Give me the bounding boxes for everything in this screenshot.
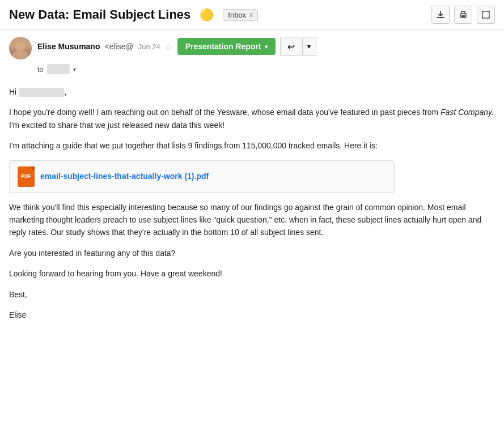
avatar-face [9, 37, 32, 59]
italic-company: Fast Company. [441, 108, 494, 117]
paragraph-3: We think you'll find this especially int… [9, 201, 495, 239]
to-recipient [47, 64, 70, 74]
hi-line: Hi , [9, 86, 495, 98]
reply-dropdown-arrow-icon: ▾ [307, 42, 311, 50]
to-row: to ▾ [0, 62, 504, 79]
paragraph1-cont: I'm excited to share that we just releas… [9, 121, 225, 130]
reply-icon: ↩ [287, 41, 295, 52]
star-icon[interactable]: ☆ [165, 41, 173, 52]
presentation-report-button[interactable]: Presentation Report ▾ [177, 38, 276, 55]
to-dropdown-arrow[interactable]: ▾ [73, 66, 76, 72]
recipient-name-blurred [19, 88, 64, 97]
closing-best: Best, [9, 288, 495, 301]
closing-name: Elise [9, 309, 495, 321]
paragraph1-text: I hope you're doing well! I am reaching … [9, 108, 441, 117]
svg-rect-1 [461, 15, 465, 17]
reply-dropdown-button[interactable]: ▾ [303, 37, 316, 56]
email-container: New Data: Email Subject Lines 🟡 Inbox x [0, 0, 504, 338]
hi-prefix: Hi [9, 87, 16, 96]
email-header-bar: New Data: Email Subject Lines 🟡 Inbox x [0, 0, 504, 30]
email-subject: New Data: Email Subject Lines [9, 7, 190, 22]
reply-group: ↩ ▾ [280, 37, 316, 56]
inbox-label: Inbox [228, 11, 246, 19]
inbox-close-button[interactable]: x [249, 11, 253, 19]
presentation-report-label: Presentation Report [185, 42, 261, 51]
sender-name: Elise Musumano [37, 42, 100, 51]
sender-row: Elise Musumano <elise@ Jun 24 ☆ Presenta… [0, 30, 504, 62]
expand-button[interactable] [477, 6, 495, 24]
presentation-dropdown-arrow: ▾ [265, 44, 268, 50]
sender-email: <elise@ [104, 42, 133, 51]
expand-icon [481, 10, 490, 19]
inbox-badge: Inbox x [223, 9, 258, 21]
print-button[interactable] [454, 6, 472, 24]
paragraph-5: Looking forward to hearing from you. Hav… [9, 267, 495, 280]
download-icon [436, 10, 445, 19]
reply-button[interactable]: ↩ [280, 37, 303, 56]
print-icon [459, 10, 468, 19]
avatar [9, 37, 32, 59]
comma: , [64, 87, 66, 96]
to-label: to [37, 65, 44, 74]
paragraph-1: I hope you're doing well! I am reaching … [9, 106, 495, 131]
attachment-link[interactable]: email-subject-lines-that-actually-work (… [40, 170, 209, 182]
email-date: Jun 24 [138, 42, 160, 51]
download-button[interactable] [431, 6, 450, 24]
paragraph-2: I'm attaching a guide that we put togeth… [9, 139, 495, 152]
pdf-icon-text: PDF [21, 172, 31, 180]
pdf-icon: PDF [18, 166, 35, 187]
sender-name-row: Elise Musumano <elise@ Jun 24 ☆ Presenta… [37, 37, 495, 56]
header-actions [431, 6, 495, 24]
folder-icon: 🟡 [200, 8, 214, 22]
attachment-box[interactable]: PDF email-subject-lines-that-actually-wo… [9, 160, 395, 193]
sender-info: Elise Musumano <elise@ Jun 24 ☆ Presenta… [37, 37, 495, 56]
email-body: Hi , I hope you're doing well! I am reac… [0, 79, 504, 338]
paragraph-4: Are you interested in featuring any of t… [9, 247, 495, 259]
